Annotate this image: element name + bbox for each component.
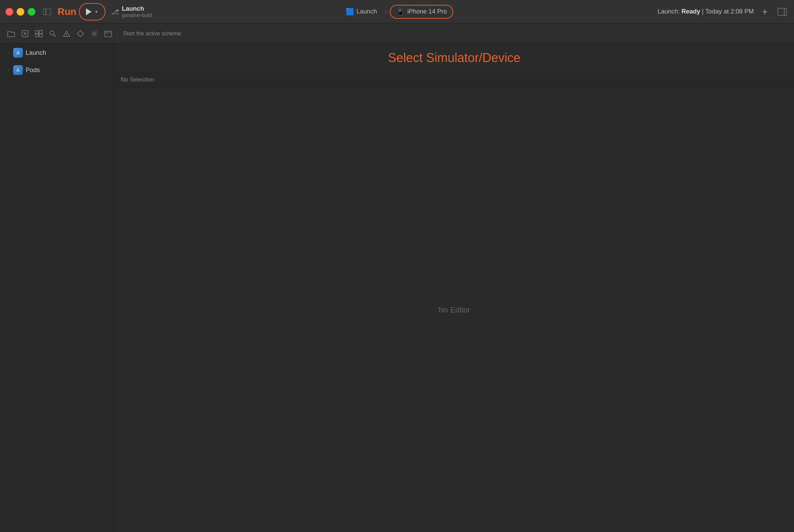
toolbar: Start the active scheme bbox=[0, 24, 794, 44]
sidebar-pods-label: Pods bbox=[26, 67, 40, 74]
svg-rect-16 bbox=[105, 31, 112, 37]
main-layout: › A Launch › A Pods Select Simulator/Dev… bbox=[0, 44, 794, 532]
play-triangle-icon bbox=[86, 8, 92, 15]
launch-chevron-icon: › bbox=[6, 50, 11, 55]
close-panel-button[interactable] bbox=[19, 27, 31, 40]
folder-navigator-button[interactable] bbox=[5, 27, 17, 40]
no-selection-label: No Selection bbox=[121, 76, 154, 83]
sidebar-launch-label: Launch bbox=[26, 49, 46, 57]
scheme-selector[interactable]: ⎇ Launch gonative-build bbox=[111, 5, 152, 18]
run-dropdown-arrow[interactable]: ▾ bbox=[93, 4, 100, 20]
add-button[interactable]: + bbox=[759, 6, 770, 17]
status-divider: | bbox=[702, 8, 705, 15]
svg-rect-2 bbox=[778, 8, 787, 15]
maximize-button[interactable] bbox=[28, 8, 35, 16]
simulator-title: Select Simulator/Device bbox=[388, 51, 520, 65]
sidebar-item-pods[interactable]: › A Pods bbox=[1, 62, 113, 78]
svg-point-15 bbox=[93, 33, 95, 35]
titlebar-nav: 🟦 Launch › 📱 iPhone 14 Pro bbox=[341, 5, 453, 19]
minimize-button[interactable] bbox=[17, 8, 24, 16]
svg-rect-8 bbox=[39, 31, 42, 34]
svg-rect-7 bbox=[35, 31, 38, 34]
svg-rect-9 bbox=[35, 34, 38, 37]
diamond-button[interactable] bbox=[74, 27, 87, 40]
hierarchy-button[interactable] bbox=[33, 27, 45, 40]
inspector-toggle-button[interactable] bbox=[776, 6, 788, 18]
sidebar-toggle-button[interactable] bbox=[41, 6, 53, 18]
simulator-header: Select Simulator/Device bbox=[114, 44, 794, 72]
play-button[interactable]: ▾ bbox=[79, 3, 105, 20]
run-label: Run bbox=[58, 6, 76, 17]
toolbar-separator bbox=[117, 29, 118, 38]
folder2-button[interactable] bbox=[102, 27, 114, 40]
editor-main: No Editor bbox=[114, 88, 794, 532]
traffic-lights bbox=[6, 8, 35, 16]
search-button[interactable] bbox=[46, 27, 59, 40]
run-button-group: ▾ bbox=[79, 3, 105, 20]
status-text: Launch: Ready | Today at 2:08 PM bbox=[657, 8, 754, 15]
svg-rect-10 bbox=[39, 34, 42, 37]
no-editor-label: No Editor bbox=[438, 306, 470, 315]
device-selector[interactable]: 📱 iPhone 14 Pro bbox=[390, 5, 453, 19]
close-button[interactable] bbox=[6, 8, 13, 16]
scheme-info: Launch gonative-build bbox=[122, 5, 152, 18]
device-phone-icon: 📱 bbox=[396, 8, 405, 16]
launch-app-icon: A bbox=[13, 48, 23, 58]
nav-separator: › bbox=[385, 8, 387, 16]
pods-app-icon: A bbox=[13, 65, 23, 75]
warning-button[interactable] bbox=[60, 27, 73, 40]
pods-chevron-icon: › bbox=[6, 67, 11, 73]
toolbar-hint: Start the active scheme bbox=[123, 31, 181, 37]
svg-line-12 bbox=[54, 35, 56, 37]
launch-app-icon: 🟦 bbox=[346, 8, 354, 16]
gear-button[interactable] bbox=[88, 27, 101, 40]
status-time: Today at 2:08 PM bbox=[705, 8, 754, 15]
sidebar: › A Launch › A Pods bbox=[0, 44, 114, 532]
scheme-sub: gonative-build bbox=[122, 12, 152, 18]
scheme-icon: ⎇ bbox=[111, 8, 119, 16]
sidebar-item-launch[interactable]: › A Launch bbox=[1, 44, 113, 61]
status-prefix: Launch: bbox=[657, 8, 681, 15]
scheme-name: Launch bbox=[122, 5, 152, 12]
no-selection-bar: No Selection bbox=[114, 72, 794, 88]
editor-area: Select Simulator/Device No Selection No … bbox=[114, 44, 794, 532]
device-label: iPhone 14 Pro bbox=[407, 8, 447, 15]
svg-rect-0 bbox=[43, 9, 51, 15]
svg-point-14 bbox=[66, 35, 67, 36]
nav-launch[interactable]: 🟦 Launch bbox=[341, 6, 382, 18]
titlebar-right: Launch: Ready | Today at 2:08 PM + bbox=[657, 6, 788, 18]
titlebar: Run ▾ ⎇ Launch gonative-build 🟦 Launch ›… bbox=[0, 0, 794, 24]
status-state: Ready bbox=[682, 8, 700, 15]
svg-point-11 bbox=[50, 31, 54, 35]
nav-launch-label: Launch bbox=[356, 8, 377, 15]
